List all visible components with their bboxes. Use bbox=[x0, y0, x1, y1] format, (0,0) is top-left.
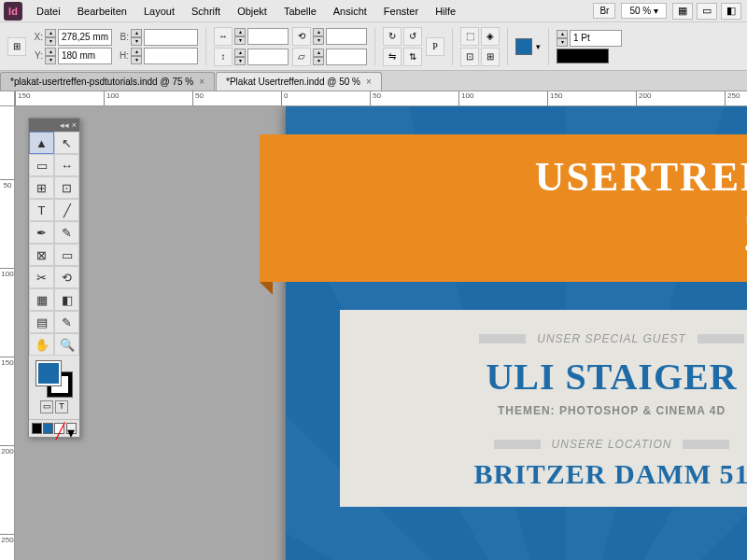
gradient-feather-tool[interactable]: ◧ bbox=[54, 288, 79, 311]
canvas[interactable]: USERTREFFEN 2013 UNSER SPECIAL GUEST ULI… bbox=[15, 106, 747, 560]
shear-input[interactable] bbox=[326, 49, 367, 65]
select-container-icon[interactable]: ⬚ bbox=[460, 27, 479, 46]
content-placer-tool[interactable]: ⊡ bbox=[54, 176, 79, 199]
rotate-input[interactable] bbox=[326, 28, 367, 45]
location-label: UNSERE LOCATION bbox=[552, 438, 672, 451]
hand-tool[interactable]: ✋ bbox=[29, 333, 54, 356]
location-name: BRITZER DAMM 51 bbox=[362, 458, 747, 490]
menu-hilfe[interactable]: Hilfe bbox=[427, 3, 464, 20]
close-icon[interactable]: × bbox=[366, 77, 372, 87]
h-input[interactable] bbox=[144, 48, 198, 64]
tab-doc2[interactable]: *Plakat Usertreffen.indd @ 50 %× bbox=[216, 72, 382, 91]
collapse-icon[interactable]: ◂◂ bbox=[60, 120, 69, 130]
apply-none-icon[interactable]: ╱ bbox=[54, 423, 64, 434]
free-transform-tool[interactable]: ⟲ bbox=[54, 266, 79, 288]
p-icon[interactable]: P bbox=[426, 37, 444, 56]
document-tabs: *plakat-usertreffen-psdtutorials.indd @ … bbox=[0, 71, 747, 91]
themen-text: THEMEN: PHOTOSHOP & CINEMA 4D bbox=[362, 404, 747, 417]
ruler-origin[interactable] bbox=[0, 91, 15, 106]
dropdown-icon[interactable]: ▾ bbox=[536, 42, 541, 51]
scale-y-icon[interactable]: ↕ bbox=[214, 48, 233, 66]
zoom-level[interactable]: 50 % ▾ bbox=[621, 3, 667, 19]
title-line1: USERTREFFEN bbox=[288, 153, 747, 201]
y-input[interactable] bbox=[58, 48, 112, 64]
rectangle-frame-tool[interactable]: ⊠ bbox=[29, 244, 54, 266]
fit-frame-icon[interactable]: ⊞ bbox=[481, 48, 500, 66]
stroke-style[interactable] bbox=[557, 49, 609, 63]
selection-tool[interactable]: ▲ bbox=[29, 132, 54, 154]
x-label: X: bbox=[30, 32, 43, 42]
menu-layout[interactable]: Layout bbox=[135, 3, 183, 20]
view-mode-icon[interactable]: ▾ bbox=[66, 423, 77, 434]
format-text-icon[interactable]: T bbox=[55, 400, 68, 413]
panel-header[interactable]: ◂◂× bbox=[29, 119, 79, 132]
flip-h-icon[interactable]: ⇋ bbox=[383, 48, 402, 66]
close-panel-icon[interactable]: × bbox=[72, 120, 77, 130]
fill-stroke-proxy[interactable] bbox=[36, 361, 72, 397]
page-tool[interactable]: ▭ bbox=[29, 154, 54, 176]
menu-schrift[interactable]: Schrift bbox=[183, 3, 229, 20]
horizontal-ruler[interactable]: 150 100 50 0 50 100 150 200 250 bbox=[15, 91, 747, 106]
bridge-button[interactable]: Br bbox=[593, 3, 615, 19]
line-tool[interactable]: ╱ bbox=[54, 199, 79, 221]
flip-v-icon[interactable]: ⇅ bbox=[403, 48, 422, 66]
x-stepper[interactable]: ▴▾ bbox=[45, 29, 56, 46]
content-collector-tool[interactable]: ⊞ bbox=[29, 176, 54, 199]
zoom-tool[interactable]: 🔍 bbox=[54, 333, 79, 356]
control-bar: ⊞ X:▴▾ Y:▴▾ B:▴▾ H:▴▾ ↔▴▾ ↕▴▾ ⟲▴▾ ▱▴▾ ↻↺… bbox=[0, 22, 747, 71]
tab-doc1[interactable]: *plakat-usertreffen-psdtutorials.indd @ … bbox=[0, 72, 215, 91]
guest-name: ULI STAIGER bbox=[362, 355, 747, 399]
eyedropper-tool[interactable]: ✎ bbox=[54, 311, 79, 333]
app-icon-indesign: Id bbox=[4, 2, 22, 21]
format-container-icon[interactable]: ▭ bbox=[40, 400, 53, 413]
arrange-icon[interactable]: ◧ bbox=[721, 3, 741, 20]
reference-point-icon[interactable]: ⊞ bbox=[7, 37, 26, 56]
direct-selection-tool[interactable]: ↖ bbox=[54, 132, 79, 154]
scissors-tool[interactable]: ✂ bbox=[29, 266, 54, 288]
scale-y-input[interactable] bbox=[247, 49, 289, 65]
view-options-icon[interactable]: ▦ bbox=[672, 3, 693, 20]
note-tool[interactable]: ▤ bbox=[29, 311, 54, 333]
menu-bearbeiten[interactable]: Bearbeiten bbox=[69, 3, 135, 20]
x-input[interactable] bbox=[58, 29, 112, 46]
screen-mode-icon[interactable]: ▭ bbox=[697, 3, 717, 20]
close-icon[interactable]: × bbox=[199, 77, 204, 87]
rotate-ccw-icon[interactable]: ↺ bbox=[403, 27, 422, 46]
rotate-icon[interactable]: ⟲ bbox=[292, 27, 311, 46]
menu-tabelle[interactable]: Tabelle bbox=[275, 3, 325, 20]
stroke-weight-input[interactable] bbox=[570, 30, 622, 47]
menu-objekt[interactable]: Objekt bbox=[229, 3, 275, 20]
vertical-ruler[interactable]: 50 100 150 200 250 bbox=[0, 106, 15, 560]
fit-content-icon[interactable]: ⊡ bbox=[460, 48, 479, 66]
w-stepper[interactable]: ▴▾ bbox=[131, 29, 142, 46]
h-stepper[interactable]: ▴▾ bbox=[131, 48, 142, 64]
pencil-tool[interactable]: ✎ bbox=[54, 221, 79, 244]
fill-color[interactable] bbox=[36, 361, 61, 385]
menu-fenster[interactable]: Fenster bbox=[375, 3, 427, 20]
document-page[interactable]: USERTREFFEN 2013 UNSER SPECIAL GUEST ULI… bbox=[286, 106, 747, 560]
content-card[interactable]: UNSER SPECIAL GUEST ULI STAIGER THEMEN: … bbox=[340, 310, 747, 507]
rotate-cw-icon[interactable]: ↻ bbox=[383, 27, 402, 46]
scale-x-icon[interactable]: ↔ bbox=[214, 27, 233, 46]
title-line2: 2013 bbox=[288, 201, 747, 263]
guest-label: UNSER SPECIAL GUEST bbox=[537, 332, 685, 345]
scale-x-input[interactable] bbox=[247, 28, 289, 45]
fill-swatch[interactable] bbox=[515, 38, 532, 55]
h-label: H: bbox=[116, 50, 129, 61]
rectangle-tool[interactable]: ▭ bbox=[54, 244, 79, 266]
apply-color-icon[interactable] bbox=[32, 423, 42, 434]
pen-tool[interactable]: ✒ bbox=[29, 221, 54, 244]
y-stepper[interactable]: ▴▾ bbox=[45, 48, 56, 64]
menu-datei[interactable]: Datei bbox=[28, 3, 69, 20]
gradient-swatch-tool[interactable]: ▦ bbox=[29, 288, 54, 311]
type-tool[interactable]: T bbox=[29, 199, 54, 221]
select-content-icon[interactable]: ◈ bbox=[481, 27, 500, 46]
shear-icon[interactable]: ▱ bbox=[292, 48, 311, 66]
apply-gradient-icon[interactable] bbox=[43, 423, 53, 434]
gap-tool[interactable]: ↔ bbox=[54, 154, 79, 176]
menu-bar: Id Datei Bearbeiten Layout Schrift Objek… bbox=[0, 0, 747, 22]
menu-ansicht[interactable]: Ansicht bbox=[325, 3, 375, 20]
y-label: Y: bbox=[30, 50, 43, 61]
title-banner[interactable]: USERTREFFEN 2013 bbox=[260, 134, 747, 282]
w-input[interactable] bbox=[144, 29, 198, 46]
